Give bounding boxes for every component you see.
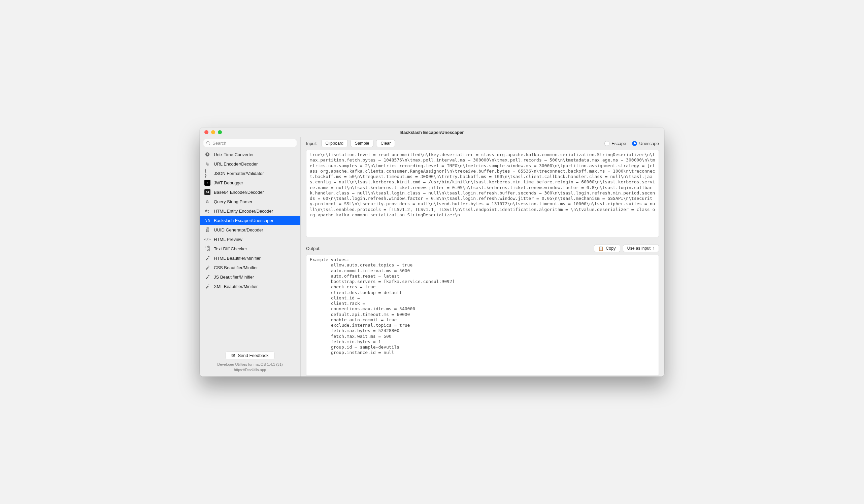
titlebar: Backslash Escaper/Unescaper: [200, 127, 664, 137]
sidebar-item-backslash-escaper-unescaper[interactable]: \nBackslash Escaper/Unescaper: [200, 216, 300, 225]
traffic-lights: [200, 130, 222, 134]
search-icon: [206, 141, 211, 145]
wand-icon: [204, 274, 211, 280]
b64-icon: 64: [204, 189, 211, 195]
sidebar-item-label: Unix Time Converter: [214, 152, 254, 157]
uuid-icon: UUID: [204, 227, 211, 233]
code-icon: </>: [204, 236, 211, 242]
jwt-icon: ✳: [204, 180, 211, 186]
sidebar-item-html-beautifier-minifier[interactable]: HTML Beautifier/Minifier: [200, 253, 300, 263]
sidebar-item-html-preview[interactable]: </>HTML Preview: [200, 234, 300, 244]
unescape-radio-label: Unescape: [639, 141, 659, 146]
input-textarea-wrap: true\n\tisolation.level = read_uncommitt…: [306, 150, 659, 237]
output-label: Output:: [306, 246, 321, 251]
sidebar-item-url-encoder-decoder[interactable]: %URL Encoder/Decoder: [200, 159, 300, 169]
send-feedback-button[interactable]: ✉ Send Feedback: [226, 352, 274, 359]
radio-dot-icon: [604, 141, 610, 146]
sidebar-item-label: Backslash Escaper/Unescaper: [214, 218, 273, 223]
braces-icon: { }: [204, 170, 211, 176]
sidebar-item-xml-beautifier-minifier[interactable]: XML Beautifier/Minifier: [200, 282, 300, 291]
sidebar-item-label: Base64 Encoder/Decoder: [214, 190, 264, 195]
send-feedback-label: Send Feedback: [238, 353, 268, 358]
hash-icon: #;: [204, 208, 211, 214]
sidebar-item-label: HTML Preview: [214, 237, 242, 242]
sidebar-item-text-diff-checker[interactable]: +ab-cdText Diff Checker: [200, 244, 300, 253]
sidebar-item-label: CSS Beautifier/Minifier: [214, 265, 258, 270]
footer-text: Developer Utilities for macOS 1.4.1 (31)…: [204, 362, 296, 372]
app-window: Backslash Escaper/Unescaper Unix Time Co…: [200, 127, 664, 377]
sidebar-item-html-entity-encoder-decoder[interactable]: #;HTML Entity Encoder/Decoder: [200, 206, 300, 216]
output-textarea-wrap: Example values: allow.auto.create.topics…: [306, 255, 659, 376]
search-input-wrap[interactable]: [203, 139, 297, 147]
sidebar-item-js-beautifier-minifier[interactable]: JS Beautifier/Minifier: [200, 272, 300, 282]
search-input[interactable]: [213, 140, 294, 146]
sidebar-item-label: Text Diff Checker: [214, 246, 247, 251]
escape-radio-label: Escape: [611, 141, 626, 146]
use-as-input-label: Use as input: [627, 246, 650, 251]
amp-icon: &: [204, 198, 211, 205]
sidebar-item-json-formatter-validator[interactable]: { }JSON Formatter/Validator: [200, 169, 300, 178]
input-label: Input:: [306, 141, 317, 146]
wand-icon: [204, 265, 211, 271]
percent-icon: %: [204, 161, 211, 167]
wand-icon: [204, 283, 211, 289]
sidebar-item-label: XML Beautifier/Minifier: [214, 284, 257, 289]
sidebar-item-css-beautifier-minifier[interactable]: CSS Beautifier/Minifier: [200, 263, 300, 272]
diff-icon: +ab-cd: [204, 246, 211, 252]
sidebar-item-label: Query String Parser: [214, 199, 253, 204]
footer-version: Developer Utilities for macOS 1.4.1 (31): [204, 362, 296, 367]
input-textarea[interactable]: true\n\tisolation.level = read_uncommitt…: [307, 150, 659, 237]
input-header: Input: Clipboard Sample Clear Escape Une…: [301, 137, 664, 150]
sidebar-footer: ✉ Send Feedback Developer Utilities for …: [200, 348, 300, 377]
sidebar-item-label: JSON Formatter/Validator: [214, 171, 264, 176]
sample-button[interactable]: Sample: [350, 140, 373, 147]
bsn-icon: \n: [204, 217, 211, 223]
sidebar-item-label: HTML Entity Encoder/Decoder: [214, 209, 273, 214]
radio-dot-icon: [632, 141, 637, 146]
close-window-button[interactable]: [204, 130, 208, 134]
copy-button-label: Copy: [606, 246, 615, 251]
sidebar-item-label: URL Encoder/Decoder: [214, 161, 257, 167]
footer-url: https://DevUtils.app: [204, 367, 296, 372]
wand-icon: [204, 255, 211, 261]
unescape-radio[interactable]: Unescape: [632, 141, 659, 146]
sidebar: Unix Time Converter%URL Encoder/Decoder{…: [200, 137, 301, 377]
clipboard-button[interactable]: Clipboard: [321, 140, 348, 147]
escape-radio[interactable]: Escape: [604, 141, 626, 146]
sidebar-item-query-string-parser[interactable]: &Query String Parser: [200, 197, 300, 206]
use-as-input-button[interactable]: Use as input ↑: [623, 245, 659, 252]
sidebar-item-label: UUID Generator/Decoder: [214, 228, 263, 233]
sidebar-item-base64-encoder-decoder[interactable]: 64Base64 Encoder/Decoder: [200, 187, 300, 197]
clipboard-icon: 📋: [598, 246, 604, 251]
minimize-window-button[interactable]: [211, 130, 215, 134]
clear-button[interactable]: Clear: [376, 140, 395, 147]
copy-button[interactable]: 📋 Copy: [594, 245, 620, 252]
sidebar-item-label: HTML Beautifier/Minifier: [214, 256, 261, 261]
arrow-up-icon: ↑: [652, 246, 655, 251]
window-title: Backslash Escaper/Unescaper: [200, 130, 664, 135]
output-header: Output: 📋 Copy Use as input ↑: [301, 242, 664, 255]
sidebar-item-unix-time-converter[interactable]: Unix Time Converter: [200, 150, 300, 159]
zoom-window-button[interactable]: [218, 130, 222, 134]
sidebar-item-label: JWT Debugger: [214, 180, 243, 185]
mode-radio-group: Escape Unescape: [604, 141, 659, 146]
sidebar-item-uuid-generator-decoder[interactable]: UUIDUUID Generator/Decoder: [200, 225, 300, 234]
tool-list: Unix Time Converter%URL Encoder/Decoder{…: [200, 149, 300, 348]
sidebar-item-jwt-debugger[interactable]: ✳JWT Debugger: [200, 178, 300, 187]
main-panel: Input: Clipboard Sample Clear Escape Une…: [301, 137, 664, 377]
clock-icon: [204, 151, 211, 158]
mail-icon: ✉: [231, 353, 235, 358]
output-textarea[interactable]: Example values: allow.auto.create.topics…: [307, 255, 659, 376]
sidebar-item-label: JS Beautifier/Minifier: [214, 274, 254, 280]
